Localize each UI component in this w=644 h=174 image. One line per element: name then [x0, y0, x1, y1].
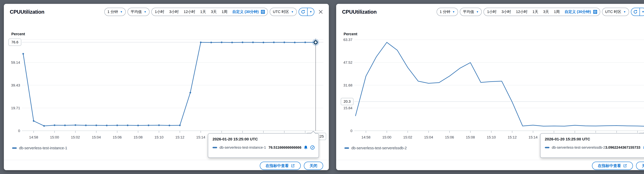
svg-text:39.43: 39.43: [11, 83, 20, 87]
tooltip-caret-inner: [643, 132, 644, 134]
calendar-icon[interactable]: [260, 10, 267, 14]
tooltip-caret-inner: [310, 132, 316, 134]
widget-toolbar: 1 分钟 ▼ 平均值 ▼ 1小时3小时12小时1天3天1周自定义 (30分钟) …: [104, 8, 324, 16]
svg-text:0: 0: [18, 129, 20, 133]
chevron-down-icon: ▼: [291, 10, 294, 13]
svg-text:19.71: 19.71: [11, 106, 20, 110]
metric-dialog-stack: 019.7139.4359.1414:5815:0015:0215:0415:0…: [0, 0, 644, 174]
calendar-icon[interactable]: [592, 10, 599, 14]
chevron-down-icon: ▼: [642, 10, 644, 13]
view-in-metrics-label: 在指标中查看: [598, 163, 621, 169]
time-range-group: 1小时3小时12小时1天3天1周自定义 (30分钟): [151, 8, 268, 16]
svg-text:14:58: 14:58: [362, 135, 370, 139]
tooltip-series-value: 3.0962244367155733: [605, 146, 640, 150]
custom-range-button[interactable]: 自定义 (30分钟): [562, 8, 592, 15]
tooltip-timestamp: 2026-01-20 15:25:00 UTC: [545, 137, 644, 141]
series-color-marker: [212, 147, 217, 148]
legend-color-marker: [344, 147, 349, 149]
refresh-split-button: ▼: [631, 8, 644, 16]
chevron-down-icon: ▼: [624, 10, 626, 13]
svg-text:15.84: 15.84: [344, 106, 352, 110]
svg-text:15:12: 15:12: [175, 135, 184, 139]
svg-text:15:04: 15:04: [424, 135, 433, 139]
range-option-3[interactable]: 12小时: [514, 8, 530, 15]
svg-text:15:10: 15:10: [487, 135, 496, 139]
svg-text:15:00: 15:00: [50, 135, 59, 139]
timezone-select[interactable]: UTC 时区 ▼: [602, 8, 629, 16]
tooltip-series-value: 76.51166666666666: [268, 146, 302, 150]
range-option-1[interactable]: 1小时: [152, 8, 167, 15]
chevron-down-icon: ▼: [144, 10, 146, 13]
svg-text:15:14: 15:14: [528, 135, 538, 139]
widget-toolbar: 1 分钟 ▼ 平均值 ▼ 1小时3小时12小时1天3天1周自定义 (30分钟) …: [437, 8, 644, 16]
range-option-4[interactable]: 1天: [198, 8, 208, 15]
create-alarm-bell-icon[interactable]: [304, 145, 308, 150]
view-in-metrics-gauge-icon[interactable]: [310, 145, 315, 150]
tooltip-series-name: db-serverless-test-serverelssdb-2: [552, 146, 605, 150]
svg-text:15:04: 15:04: [92, 135, 101, 139]
refresh-icon: [633, 9, 638, 14]
widget-footer: 在指标中查看 关闭: [592, 162, 644, 170]
svg-text:15:08: 15:08: [134, 135, 142, 139]
range-option-1[interactable]: 1小时: [484, 8, 499, 15]
footer-divider: [336, 160, 644, 160]
view-in-metrics-button[interactable]: 在指标中查看: [260, 162, 301, 170]
statistic-select[interactable]: 平均值 ▼: [460, 8, 482, 16]
period-select-value: 1 分钟: [440, 9, 450, 14]
chart-legend: db-serverless-test-serverelssdb-2: [344, 146, 407, 150]
tooltip-series-row: db-serverless-test-instance-1 76.5116666…: [212, 145, 315, 150]
close-button[interactable]: 关闭: [304, 162, 323, 170]
range-option-6[interactable]: 1周: [552, 8, 562, 15]
period-select[interactable]: 1 分钟 ▼: [437, 8, 458, 16]
custom-range-button[interactable]: 自定义 (30分钟): [230, 8, 260, 15]
close-button[interactable]: 关闭: [636, 162, 644, 170]
svg-text:0: 0: [350, 129, 352, 133]
svg-text:47.52: 47.52: [344, 60, 352, 64]
refresh-options-button[interactable]: ▼: [308, 8, 314, 15]
range-option-4[interactable]: 1天: [530, 8, 541, 15]
external-link-icon: [623, 164, 627, 168]
svg-text:59.14: 59.14: [11, 60, 20, 64]
chart-tooltip: 2026-01-20 15:25:00 UTC db-serverless-te…: [540, 133, 644, 158]
legend-series-name[interactable]: db-serverless-test-serverelssdb-2: [351, 146, 407, 150]
range-option-2[interactable]: 3小时: [167, 8, 181, 15]
tooltip-timestamp: 2026-01-20 15:25:00 UTC: [212, 137, 315, 141]
widget-header: CPUUtilization 1 分钟 ▼ 平均值 ▼ 1小时3小时12小时1天…: [342, 8, 644, 16]
close-icon[interactable]: [318, 9, 324, 15]
create-alarm-bell-icon[interactable]: [642, 145, 644, 150]
widget-title: CPUUtilization: [342, 9, 377, 15]
svg-text:15:02: 15:02: [403, 135, 412, 139]
statistic-select[interactable]: 平均值 ▼: [128, 8, 150, 16]
hover-y-value-box: 20.3: [341, 98, 354, 105]
range-option-6[interactable]: 1周: [219, 8, 230, 15]
range-option-2[interactable]: 3小时: [499, 8, 514, 15]
close-x-glyph: [318, 9, 324, 14]
refresh-button[interactable]: [631, 8, 640, 15]
period-select[interactable]: 1 分钟 ▼: [104, 8, 126, 16]
chevron-down-icon: ▼: [452, 10, 455, 13]
svg-text:15:10: 15:10: [154, 135, 164, 139]
timezone-select[interactable]: UTC 时区 ▼: [270, 8, 297, 16]
svg-text:15:14: 15:14: [196, 135, 205, 139]
range-option-5[interactable]: 3天: [208, 8, 219, 15]
widget-header: CPUUtilization 1 分钟 ▼ 平均值 ▼ 1小时3小时12小时1天…: [10, 8, 324, 16]
widget-title: CPUUtilization: [10, 9, 44, 15]
range-option-5[interactable]: 3天: [541, 8, 552, 15]
svg-text:14:58: 14:58: [29, 135, 38, 139]
metric-widget-dialog: 015.8431.6847.5263.3714:5815:0015:0215:0…: [336, 4, 644, 170]
view-in-metrics-button[interactable]: 在指标中查看: [592, 162, 633, 170]
statistic-select-value: 平均值: [130, 9, 142, 14]
refresh-button[interactable]: [299, 8, 307, 15]
svg-text:63.37: 63.37: [344, 38, 352, 42]
svg-text:31.68: 31.68: [344, 83, 352, 87]
view-in-metrics-label: 在指标中查看: [266, 163, 289, 169]
svg-text:15:06: 15:06: [445, 135, 454, 139]
svg-text:15:12: 15:12: [508, 135, 516, 139]
svg-text:15:08: 15:08: [466, 135, 475, 139]
svg-text:15:02: 15:02: [71, 135, 80, 139]
legend-series-name[interactable]: db-serverless-test-instance-1: [19, 146, 67, 150]
timezone-select-value: UTC 时区: [273, 9, 289, 14]
range-option-3[interactable]: 12小时: [181, 8, 198, 15]
refresh-options-button[interactable]: ▼: [640, 8, 644, 15]
metric-widget-dialog: 019.7139.4359.1414:5815:0015:0215:0415:0…: [4, 4, 329, 170]
